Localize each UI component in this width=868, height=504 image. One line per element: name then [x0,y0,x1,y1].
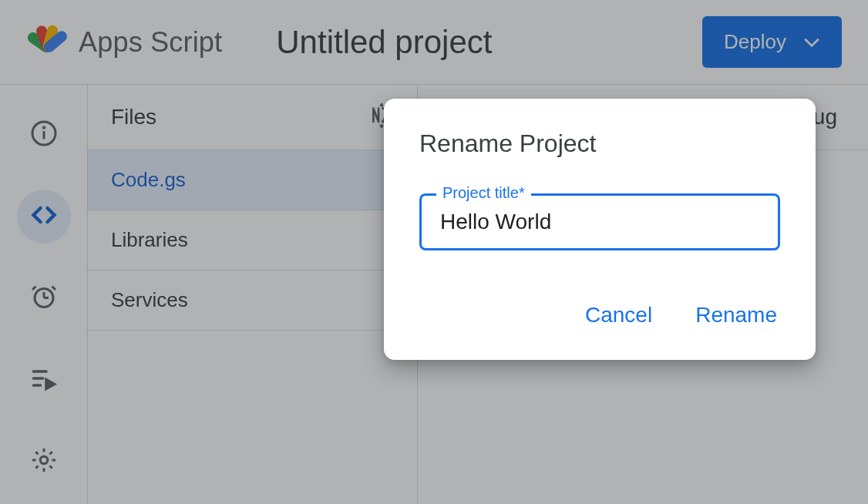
project-title-label: Project title* [436,184,531,202]
cancel-button[interactable]: Cancel [582,297,655,334]
rename-project-dialog: Rename Project Project title* Cancel Ren… [384,99,816,360]
project-title-input[interactable] [419,193,780,250]
project-title-field: Project title* [419,193,780,250]
dialog-actions: Cancel Rename [419,297,780,334]
dialog-title: Rename Project [419,129,780,158]
rename-button[interactable]: Rename [692,297,780,334]
